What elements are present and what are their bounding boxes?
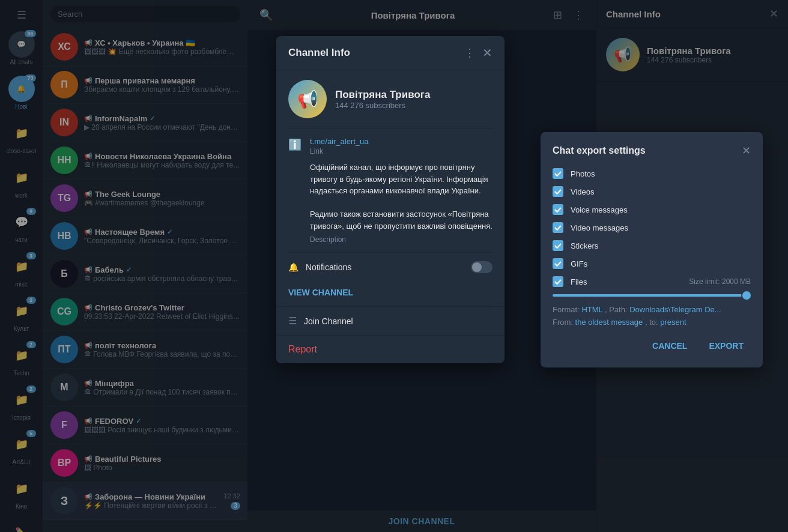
- check-icon: [554, 243, 562, 249]
- checkbox-voice-row: Voice messages: [553, 204, 751, 215]
- report-label: Report: [288, 344, 317, 355]
- view-channel-button[interactable]: VIEW CHANNEL: [288, 288, 353, 297]
- voice-label: Voice messages: [571, 205, 628, 214]
- join-channel-row[interactable]: ☰ Join Channel: [276, 306, 505, 335]
- slider-thumb: [742, 291, 751, 300]
- checkbox-gifs-row: GIFs: [553, 258, 751, 269]
- voice-checkbox[interactable]: [553, 204, 563, 215]
- report-row[interactable]: Report: [276, 335, 505, 363]
- photos-checkbox[interactable]: [553, 168, 563, 179]
- gifs-checkbox[interactable]: [553, 258, 563, 269]
- cancel-button[interactable]: CANCEL: [645, 336, 694, 355]
- check-icon: [554, 279, 562, 285]
- to-value[interactable]: present: [660, 318, 686, 327]
- export-modal-title: Chat export settings: [553, 145, 646, 156]
- files-label: Files: [571, 277, 587, 286]
- photos-label: Photos: [571, 169, 595, 178]
- video-messages-checkbox[interactable]: [553, 222, 563, 233]
- notifications-label: Notifications: [306, 262, 351, 272]
- path-label: , Path:: [605, 305, 629, 314]
- check-icon: [554, 225, 562, 231]
- list-icon: ☰: [288, 315, 297, 327]
- export-modal-header: Chat export settings ✕: [553, 144, 751, 157]
- to-label: , to:: [645, 318, 660, 327]
- export-button[interactable]: EXPORT: [702, 336, 751, 355]
- modal-channel-avatar: 📢: [288, 80, 327, 118]
- checkbox-photos-row: Photos: [553, 168, 751, 179]
- videos-checkbox[interactable]: [553, 186, 563, 197]
- description-label: Description: [310, 235, 492, 244]
- size-limit-label: Size limit: 2000 MB: [689, 277, 751, 286]
- check-icon: [554, 207, 562, 213]
- date-row: From: the oldest message , to: present: [553, 318, 751, 327]
- stickers-label: Stickers: [571, 241, 598, 250]
- modal-header: Channel Info ⋮ ✕: [276, 36, 505, 70]
- notifications-row: 🔔 Notifications: [276, 253, 505, 282]
- modal-description: Офіційний канал, що інформує про повітря…: [310, 162, 492, 232]
- checkbox-videos-row: Videos: [553, 186, 751, 197]
- notifications-toggle[interactable]: [471, 261, 492, 273]
- gifs-label: GIFs: [571, 259, 587, 268]
- modal-subscribers: 144 276 subscribers: [335, 101, 430, 110]
- export-close-button[interactable]: ✕: [742, 144, 751, 157]
- export-modal: Chat export settings ✕ Photos Videos Voi…: [541, 132, 763, 367]
- video-messages-label: Video messages: [571, 223, 628, 232]
- videos-label: Videos: [571, 187, 595, 196]
- modal-link-section: ℹ️ t.me/air_alert_ua Link Офіційний кана…: [276, 128, 505, 252]
- link-label: Link: [310, 147, 492, 156]
- format-value[interactable]: HTML: [581, 305, 602, 314]
- checkbox-video-messages-row: Video messages: [553, 222, 751, 233]
- export-actions: CANCEL EXPORT: [553, 336, 751, 355]
- toggle-knob: [472, 262, 482, 272]
- modal-channel-name: Повітряна Тривога: [335, 89, 430, 101]
- checkbox-stickers-row: Stickers: [553, 240, 751, 251]
- files-checkbox[interactable]: [553, 276, 563, 287]
- modal-more-button[interactable]: ⋮: [464, 46, 475, 59]
- stickers-checkbox[interactable]: [553, 240, 563, 251]
- from-value[interactable]: the oldest message: [575, 318, 643, 327]
- path-value[interactable]: Downloads\Telegram De...: [629, 305, 721, 314]
- check-icon: [554, 261, 562, 267]
- modal-link[interactable]: t.me/air_alert_ua: [310, 137, 492, 146]
- size-slider[interactable]: [553, 294, 751, 297]
- modal-title: Channel Info: [288, 47, 350, 59]
- size-slider-wrap: [553, 294, 751, 297]
- format-row: Format: HTML , Path: Downloads\Telegram …: [553, 305, 751, 314]
- bell-icon: 🔔: [288, 262, 299, 272]
- format-label: Format:: [553, 305, 581, 314]
- channel-info-modal: Channel Info ⋮ ✕ 📢 Повітряна Тривога 144…: [276, 36, 505, 363]
- from-label: From:: [553, 318, 575, 327]
- modal-close-button[interactable]: ✕: [482, 46, 492, 60]
- checkbox-files-row: Files Size limit: 2000 MB: [553, 276, 751, 287]
- check-icon: [554, 189, 562, 195]
- join-channel-label: Join Channel: [304, 316, 353, 326]
- check-icon: [554, 171, 562, 177]
- info-icon: ℹ️: [288, 138, 302, 244]
- view-channel-row: VIEW CHANNEL: [276, 282, 505, 306]
- modal-channel-header: 📢 Повітряна Тривога 144 276 subscribers: [276, 70, 505, 128]
